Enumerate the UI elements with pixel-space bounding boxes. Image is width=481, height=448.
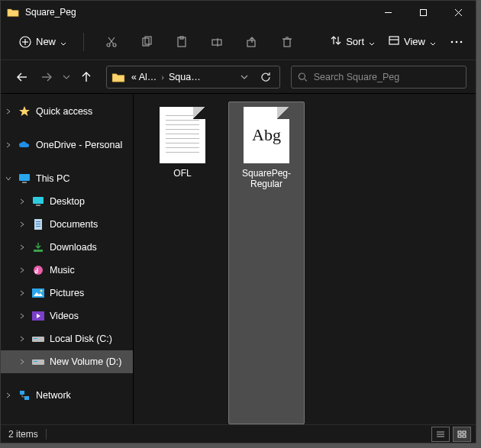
chevron-right-icon[interactable] (4, 142, 13, 148)
forward-button[interactable] (36, 66, 57, 88)
maximize-button[interactable] (405, 1, 441, 24)
plus-circle-icon (19, 36, 31, 48)
svg-rect-53 (20, 391, 24, 395)
svg-rect-17 (247, 40, 255, 47)
chevron-down-icon (60, 39, 66, 45)
svg-point-46 (40, 290, 43, 292)
title-bar: Square_Peg (1, 1, 476, 24)
search-icon (298, 72, 308, 82)
search-input[interactable] (314, 72, 460, 82)
sidebar-item-label: OneDrive - Personal (36, 140, 122, 150)
svg-marker-33 (19, 106, 30, 116)
sidebar-item-label: Desktop (50, 196, 85, 207)
address-dropdown-button[interactable] (234, 66, 255, 88)
svg-rect-58 (458, 431, 461, 433)
rename-button[interactable] (202, 29, 232, 55)
up-button[interactable] (76, 66, 97, 88)
svg-rect-50 (34, 338, 37, 339)
pictures-icon (31, 287, 45, 299)
sidebar-item-videos[interactable]: Videos (1, 305, 133, 327)
new-button[interactable]: New (15, 33, 71, 51)
chevron-right-icon[interactable] (18, 221, 27, 227)
folder-icon (7, 7, 19, 18)
sidebar-item-quick-access[interactable]: Quick access (1, 100, 133, 123)
drive-icon (31, 356, 45, 368)
file-item-ofl[interactable]: OFL (144, 102, 221, 424)
chevron-right-icon[interactable] (18, 359, 27, 365)
desktop-icon (31, 195, 45, 208)
svg-point-25 (451, 40, 454, 43)
file-thumbnail (160, 107, 205, 163)
body: Quick access OneDrive - Personal This PC… (1, 94, 476, 424)
chevron-right-icon[interactable] (18, 198, 27, 205)
close-button[interactable] (441, 1, 476, 24)
svg-rect-37 (36, 205, 40, 206)
chevron-right-icon[interactable] (18, 313, 27, 319)
folder-icon (111, 72, 125, 82)
sidebar-item-desktop[interactable]: Desktop (1, 190, 133, 213)
share-button[interactable] (237, 29, 267, 55)
chevron-right-icon[interactable] (18, 336, 27, 342)
crumb-1[interactable]: « Al… (130, 72, 158, 82)
sidebar-item-localdisk[interactable]: Local Disk (C:) (1, 327, 133, 350)
chevron-right-icon[interactable] (18, 290, 27, 296)
chevron-right-icon[interactable] (4, 108, 13, 114)
sort-icon (331, 35, 341, 48)
music-icon (31, 264, 45, 276)
sidebar-item-label: Local Disk (C:) (50, 334, 112, 344)
file-name: SquarePeg-Regular (231, 168, 302, 189)
back-button[interactable] (11, 66, 33, 88)
nav-row: « Al… › Squa… (1, 60, 476, 94)
large-icons-view-button[interactable] (453, 427, 471, 442)
sidebar-item-newvolume[interactable]: New Volume (D:) (1, 350, 133, 373)
recent-locations-button[interactable] (60, 66, 73, 88)
svg-rect-40 (36, 224, 40, 224)
svg-rect-42 (34, 250, 43, 252)
minimize-button[interactable] (370, 1, 405, 24)
sort-button[interactable]: Sort (326, 32, 379, 51)
address-bar[interactable]: « Al… › Squa… (106, 66, 280, 89)
file-list[interactable]: OFL Abg SquarePeg-Regular (134, 94, 476, 424)
view-button[interactable]: View (384, 32, 441, 51)
sidebar-item-downloads[interactable]: Downloads (1, 236, 133, 259)
chevron-right-icon[interactable] (4, 392, 13, 398)
svg-rect-51 (32, 359, 44, 365)
svg-rect-23 (389, 37, 399, 44)
cut-button[interactable] (96, 29, 127, 55)
sidebar-item-this-pc[interactable]: This PC (1, 167, 133, 190)
search-box[interactable] (291, 66, 466, 89)
sidebar-item-documents[interactable]: Documents (1, 213, 133, 236)
svg-rect-15 (212, 40, 221, 45)
sidebar-item-pictures[interactable]: Pictures (1, 282, 133, 305)
paste-button[interactable] (166, 29, 197, 55)
chevron-right-icon[interactable] (18, 267, 27, 273)
svg-rect-34 (19, 174, 30, 181)
sidebar-item-label: New Volume (D:) (50, 356, 121, 367)
details-view-button[interactable] (431, 427, 450, 442)
svg-rect-60 (458, 435, 461, 437)
file-item-squarepeg-regular[interactable]: Abg SquarePeg-Regular (228, 102, 305, 424)
chevron-right-icon[interactable] (18, 244, 27, 250)
svg-rect-41 (36, 226, 40, 227)
sidebar-item-network[interactable]: Network (1, 384, 133, 407)
copy-button[interactable] (131, 29, 162, 55)
download-icon (31, 241, 45, 253)
more-button[interactable] (445, 40, 468, 44)
sidebar-item-onedrive[interactable]: OneDrive - Personal (1, 134, 133, 156)
star-icon (18, 105, 31, 118)
videos-icon (31, 310, 45, 322)
sidebar-item-music[interactable]: Music (1, 259, 133, 282)
monitor-icon (18, 172, 31, 185)
view-icon (389, 35, 399, 48)
refresh-button[interactable] (255, 66, 276, 88)
file-name: OFL (173, 168, 191, 179)
document-icon (31, 218, 45, 230)
svg-rect-39 (36, 221, 40, 222)
svg-point-43 (34, 266, 43, 275)
sidebar-item-label: Downloads (50, 242, 97, 253)
delete-button[interactable] (272, 29, 302, 55)
crumb-2[interactable]: Squa… (167, 72, 202, 82)
item-count: 2 items (8, 429, 38, 440)
command-bar: New Sort (1, 24, 476, 60)
chevron-down-icon[interactable] (4, 176, 13, 182)
